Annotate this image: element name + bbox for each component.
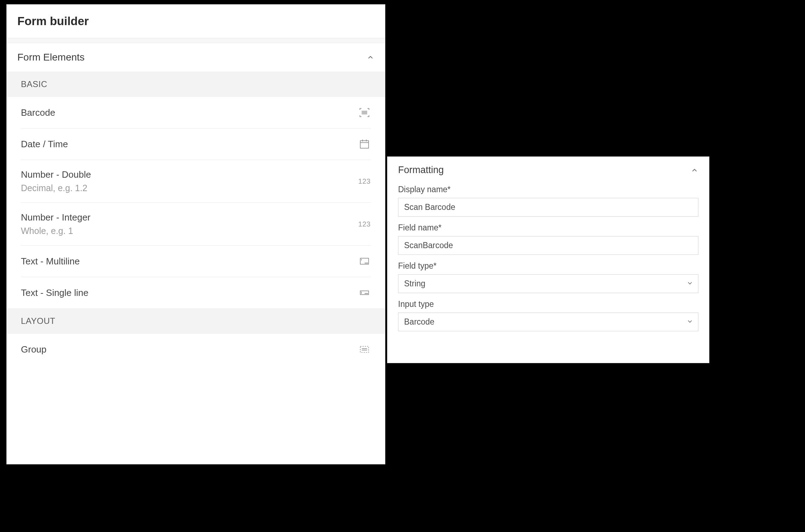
svg-point-11 — [367, 263, 368, 263]
element-label: Barcode — [21, 107, 55, 118]
formatting-panel: Formatting Display name* Field name* Fie… — [387, 156, 709, 363]
form-builder-title: Form builder — [17, 15, 374, 28]
formatting-title: Formatting — [398, 165, 444, 176]
element-label: Date / Time — [21, 139, 68, 150]
svg-rect-19 — [360, 347, 368, 353]
number-123-icon: 123 — [358, 218, 371, 230]
field-type-group: Field type* String — [398, 261, 698, 293]
element-text-singleline[interactable]: Text - Single line — [21, 277, 371, 308]
display-name-group: Display name* — [398, 185, 698, 217]
formatting-header[interactable]: Formatting — [387, 157, 709, 183]
element-hint: Decimal, e.g. 1.2 — [21, 183, 91, 193]
category-basic-header: BASIC — [7, 71, 385, 97]
layout-elements-list: Group — [7, 334, 385, 365]
chevron-up-icon — [367, 53, 374, 61]
element-text-multiline[interactable]: Text - Multiline — [21, 246, 371, 277]
element-label: Text - Multiline — [21, 256, 80, 267]
field-name-group: Field name* — [398, 223, 698, 255]
element-group[interactable]: Group — [21, 334, 371, 365]
formatting-body: Display name* Field name* Field type* St… — [387, 183, 709, 331]
form-builder-panel: Form builder Form Elements BASIC Barcode — [6, 4, 385, 464]
element-label: Group — [21, 344, 46, 355]
number-123-icon: 123 — [358, 175, 371, 188]
element-number-integer[interactable]: Number - Integer Whole, e.g. 1 123 — [21, 203, 371, 246]
calendar-icon — [358, 138, 371, 150]
basic-elements-list: Barcode Date / Time — [7, 97, 385, 308]
svg-point-17 — [366, 293, 367, 293]
element-number-double[interactable]: Number - Double Decimal, e.g. 1.2 123 — [21, 160, 371, 203]
field-type-select[interactable]: String — [398, 274, 698, 293]
input-type-label: Input type — [398, 299, 698, 309]
element-label: Number - Double — [21, 169, 91, 180]
svg-point-13 — [365, 263, 365, 263]
svg-point-16 — [367, 293, 368, 293]
form-builder-header: Form builder — [7, 5, 385, 38]
chevron-up-icon — [691, 166, 698, 174]
group-icon — [358, 343, 371, 356]
element-label: Number - Integer — [21, 212, 91, 223]
input-type-select[interactable]: Barcode — [398, 313, 698, 331]
form-elements-section-title: Form Elements — [17, 52, 85, 63]
field-name-label: Field name* — [398, 223, 698, 233]
field-name-input[interactable] — [398, 236, 698, 255]
svg-rect-5 — [360, 141, 368, 148]
text-multiline-icon — [358, 255, 371, 268]
form-elements-section-header[interactable]: Form Elements — [7, 43, 385, 71]
element-datetime[interactable]: Date / Time — [21, 128, 371, 160]
header-gap — [7, 38, 385, 43]
element-hint: Whole, e.g. 1 — [21, 226, 91, 236]
field-type-label: Field type* — [398, 261, 698, 271]
element-barcode[interactable]: Barcode — [21, 97, 371, 128]
svg-point-12 — [366, 263, 367, 263]
display-name-input[interactable] — [398, 198, 698, 217]
text-singleline-icon — [358, 286, 371, 299]
barcode-icon — [358, 106, 371, 119]
element-label: Text - Single line — [21, 287, 89, 298]
display-name-label: Display name* — [398, 185, 698, 194]
category-layout-header: LAYOUT — [7, 308, 385, 334]
svg-point-18 — [365, 293, 365, 293]
input-type-group: Input type Barcode — [398, 299, 698, 331]
